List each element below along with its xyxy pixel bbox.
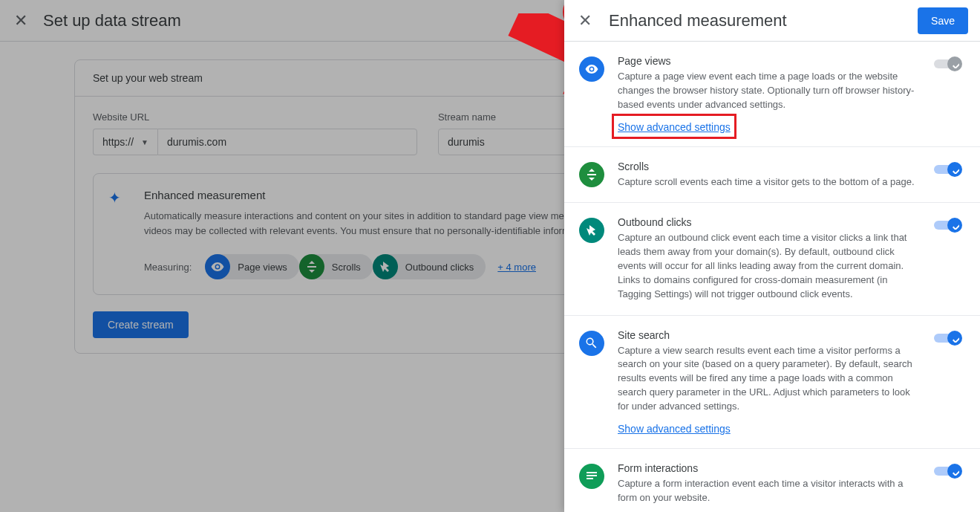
toggle-outbound[interactable] — [934, 218, 961, 233]
protocol-select[interactable]: https:// ▼ — [93, 129, 157, 155]
search-icon — [579, 331, 604, 356]
measuring-chip-outbound-clicks: Outbound clicks — [373, 254, 486, 279]
enhanced-measurement-panel: ✕ Enhanced measurement Save Page views C… — [564, 0, 980, 512]
row-description: Capture an outbound click event each tim… — [618, 231, 921, 301]
sparkle-icon: ✦ — [108, 189, 121, 207]
chevron-down-icon: ▼ — [141, 138, 148, 146]
website-url-input[interactable]: durumis.com — [157, 129, 417, 155]
panel-title: Enhanced measurement — [609, 11, 903, 30]
page-title: Set up data stream — [43, 11, 181, 30]
click-icon — [373, 254, 398, 279]
measurement-row-site_search: Site search Capture a view search result… — [564, 316, 980, 449]
eye-icon — [205, 254, 230, 279]
row-title: Page views — [618, 55, 921, 67]
measuring-label: Measuring: — [144, 262, 192, 273]
row-title: Form interactions — [618, 462, 921, 474]
toggle-page_views — [934, 56, 961, 71]
close-icon[interactable]: ✕ — [12, 11, 30, 30]
row-description: Capture scroll events each time a visito… — [618, 175, 921, 189]
toggle-site_search[interactable] — [934, 331, 961, 346]
show-advanced-link[interactable]: Show advanced settings — [618, 423, 731, 435]
measuring-chip-scrolls: Scrolls — [299, 254, 373, 279]
website-url-label: Website URL — [93, 111, 417, 123]
scroll-icon — [299, 254, 324, 279]
show-advanced-link[interactable]: Show advanced settings — [618, 121, 731, 133]
row-description: Capture a view search results event each… — [618, 344, 921, 414]
create-stream-button[interactable]: Create stream — [93, 311, 189, 338]
toggle-form[interactable] — [934, 464, 961, 479]
measurement-row-form: Form interactions Capture a form interac… — [564, 449, 980, 512]
click-icon — [579, 218, 604, 243]
close-panel-icon[interactable]: ✕ — [576, 11, 594, 30]
form-icon — [579, 464, 604, 489]
save-button[interactable]: Save — [918, 7, 968, 34]
measuring-chip-page-views: Page views — [205, 254, 298, 279]
toggle-scrolls[interactable] — [934, 162, 961, 177]
row-description: Capture a form interaction event each ti… — [618, 477, 921, 505]
row-description: Capture a page view event each time a pa… — [618, 70, 921, 112]
row-title: Outbound clicks — [618, 216, 921, 228]
eye-icon — [579, 56, 604, 82]
measurement-row-page_views: Page views Capture a page view event eac… — [564, 42, 980, 147]
row-title: Scrolls — [618, 161, 921, 172]
measurement-row-scrolls: Scrolls Capture scroll events each time … — [564, 147, 980, 204]
scroll-icon — [579, 162, 604, 187]
more-measurements-link[interactable]: + 4 more — [497, 262, 536, 273]
measurement-row-outbound: Outbound clicks Capture an outbound clic… — [564, 203, 980, 315]
row-title: Site search — [618, 329, 921, 341]
